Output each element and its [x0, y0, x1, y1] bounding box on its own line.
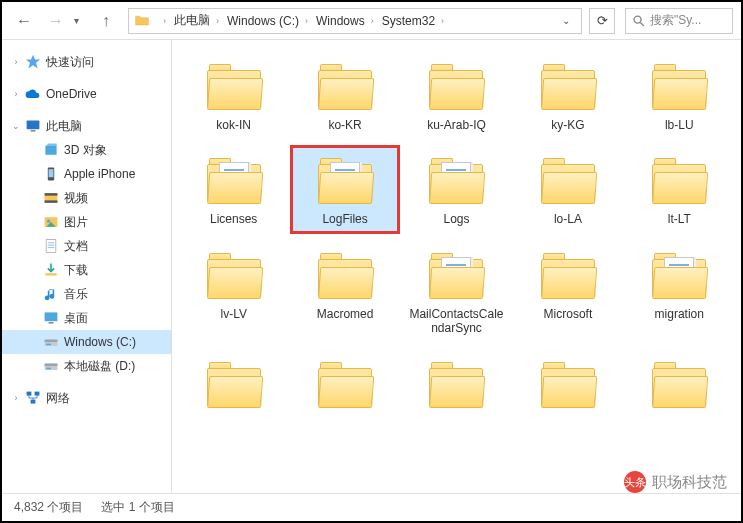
phone-icon [42, 165, 60, 183]
folder-icon [538, 152, 598, 208]
folder-icon [649, 356, 709, 412]
folder-label: lt-LT [668, 212, 691, 226]
file-pane[interactable]: kok-INko-KRku-Arab-IQky-KGlb-LULicensesL… [172, 40, 741, 493]
svg-point-13 [47, 220, 50, 223]
folder-label: kok-IN [216, 118, 251, 132]
crumb-c-drive[interactable]: Windows (C:)› [223, 14, 312, 28]
folder-Logs[interactable]: Logs [403, 146, 510, 232]
folder-icon [315, 356, 375, 412]
svg-line-1 [640, 22, 644, 26]
crumb-chev-root[interactable]: › [153, 16, 170, 26]
svg-rect-11 [45, 200, 58, 202]
svg-rect-3 [27, 120, 40, 129]
folder-MailContactsCalendarSync[interactable]: MailContactsCalendarSync [403, 241, 510, 342]
top-bar: ← → ▾ ↑ › 此电脑› Windows (C:)› Windows› Sy… [2, 2, 741, 40]
folder-icon [538, 356, 598, 412]
folder-ko-KR[interactable]: ko-KR [291, 52, 398, 138]
tree-child-3[interactable]: 图片 [2, 210, 171, 234]
tree-this-pc[interactable]: ⌄ 此电脑 [2, 114, 171, 138]
star-icon [24, 53, 42, 71]
folder-Licenses[interactable]: Licenses [180, 146, 287, 232]
folder-label: Macromed [317, 307, 374, 321]
svg-rect-5 [45, 146, 56, 155]
folder-item-17[interactable] [403, 350, 510, 422]
refresh-button[interactable]: ⟳ [589, 8, 615, 34]
folder-icon [649, 58, 709, 114]
folder-label: lv-LV [220, 307, 246, 321]
pc-icon [24, 117, 42, 135]
network-icon [24, 389, 42, 407]
tree-child-7[interactable]: 桌面 [2, 306, 171, 330]
svg-rect-24 [46, 344, 51, 346]
svg-marker-6 [45, 144, 56, 146]
folder-Microsoft[interactable]: Microsoft [514, 241, 621, 342]
video-icon [42, 189, 60, 207]
folder-icon [538, 58, 598, 114]
folder-item-16[interactable] [291, 350, 398, 422]
folder-item-15[interactable] [180, 350, 287, 422]
3d-icon [42, 141, 60, 159]
breadcrumb-bar[interactable]: › 此电脑› Windows (C:)› Windows› System32› … [128, 8, 582, 34]
tree-child-4[interactable]: 文档 [2, 234, 171, 258]
folder-item-19[interactable] [626, 350, 733, 422]
folder-icon [133, 12, 151, 30]
search-input[interactable]: 搜索"Sy... [625, 8, 733, 34]
folder-icon [204, 247, 264, 303]
folder-icon [204, 356, 264, 412]
downloads-icon [42, 261, 60, 279]
crumb-this-pc[interactable]: 此电脑› [170, 12, 223, 29]
sidebar: › 快速访问 › OneDrive ⌄ 此电脑 3D 对象Apple iPhon… [2, 40, 172, 493]
folder-ku-Arab-IQ[interactable]: ku-Arab-IQ [403, 52, 510, 138]
folder-LogFiles[interactable]: LogFiles [291, 146, 398, 232]
tree-quick-access[interactable]: › 快速访问 [2, 50, 171, 74]
tree-child-9[interactable]: 本地磁盘 (D:) [2, 354, 171, 378]
crumb-system32[interactable]: System32› [378, 14, 448, 28]
status-selected-count: 选中 1 个项目 [101, 499, 174, 516]
svg-rect-19 [45, 273, 56, 275]
folder-icon [315, 247, 375, 303]
back-button[interactable]: ← [10, 7, 38, 35]
folder-lv-LV[interactable]: lv-LV [180, 241, 287, 342]
breadcrumb-dropdown[interactable]: ⌄ [555, 15, 577, 26]
history-dropdown[interactable]: ▾ [74, 15, 88, 26]
folder-Macromed[interactable]: Macromed [291, 241, 398, 342]
svg-rect-30 [31, 400, 36, 404]
drive-icon [42, 357, 60, 375]
tree-child-2[interactable]: 视频 [2, 186, 171, 210]
folder-ky-KG[interactable]: ky-KG [514, 52, 621, 138]
svg-rect-15 [46, 240, 56, 253]
svg-rect-8 [49, 169, 54, 177]
tree-onedrive[interactable]: › OneDrive [2, 82, 171, 106]
svg-rect-21 [49, 322, 54, 324]
folder-label: Microsoft [544, 307, 593, 321]
folder-icon [649, 247, 709, 303]
svg-rect-10 [45, 193, 58, 195]
pictures-icon [42, 213, 60, 231]
svg-marker-2 [26, 55, 40, 69]
svg-rect-29 [35, 392, 40, 396]
desktop-icon [42, 309, 60, 327]
forward-button[interactable]: → [42, 7, 70, 35]
folder-icon [426, 356, 486, 412]
status-bar: 4,832 个项目 选中 1 个项目 [2, 493, 741, 521]
folder-label: ko-KR [328, 118, 361, 132]
folder-label: ky-KG [551, 118, 584, 132]
tree-child-0[interactable]: 3D 对象 [2, 138, 171, 162]
crumb-windows[interactable]: Windows› [312, 14, 378, 28]
tree-child-5[interactable]: 下载 [2, 258, 171, 282]
svg-point-0 [634, 16, 641, 23]
svg-rect-28 [27, 392, 32, 396]
tree-child-8[interactable]: Windows (C:) [2, 330, 171, 354]
folder-migration[interactable]: migration [626, 241, 733, 342]
tree-network[interactable]: › 网络 [2, 386, 171, 410]
folder-lb-LU[interactable]: lb-LU [626, 52, 733, 138]
tree-child-1[interactable]: Apple iPhone [2, 162, 171, 186]
svg-rect-4 [31, 130, 36, 132]
folder-lo-LA[interactable]: lo-LA [514, 146, 621, 232]
folder-kok-IN[interactable]: kok-IN [180, 52, 287, 138]
tree-child-6[interactable]: 音乐 [2, 282, 171, 306]
folder-lt-LT[interactable]: lt-LT [626, 146, 733, 232]
up-button[interactable]: ↑ [92, 7, 120, 35]
folder-label: LogFiles [322, 212, 367, 226]
folder-item-18[interactable] [514, 350, 621, 422]
